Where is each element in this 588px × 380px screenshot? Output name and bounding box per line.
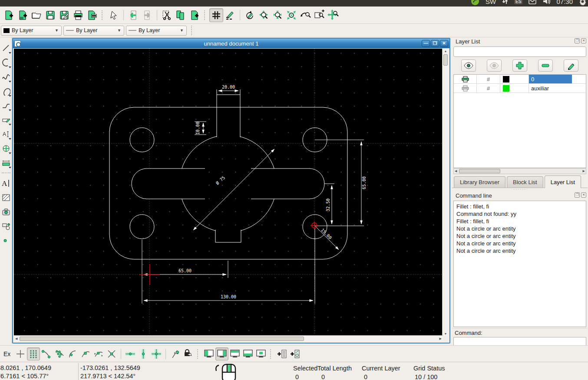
tool-hatch-button[interactable] [0,190,12,205]
dock-splitter-handle[interactable]: ······ [452,188,588,192]
layer-scroll-thumb[interactable] [459,169,500,173]
construction-lines-icon[interactable]: # [487,76,490,83]
command-input[interactable] [453,337,586,346]
copy-button[interactable] [174,8,188,22]
tool-point-button[interactable] [0,233,12,248]
print-button[interactable] [71,8,85,22]
draft-mode-button[interactable] [223,8,237,22]
tool-line-button[interactable] [0,41,12,55]
save-as-button[interactable] [57,8,71,22]
window-restore-button[interactable]: ❐ [431,40,439,47]
dock-floating-button[interactable] [254,347,268,360]
redo-button[interactable] [140,8,154,22]
tab-block-list[interactable]: Block List [507,176,543,188]
window-close-button[interactable]: ✕ [440,40,448,47]
scroll-left-arrow[interactable]: ◀ [455,169,457,173]
window-minimize-button[interactable]: — [422,40,430,47]
layer-name[interactable]: auxiliar [529,84,572,93]
lock-relative-zero-button[interactable] [182,347,195,360]
add-entity-list-button[interactable] [288,347,301,360]
line-width-combobox[interactable]: By Layer ▼ [63,26,124,36]
restrict-vertical-button[interactable] [137,347,150,360]
layer-color-swatch[interactable] [503,85,509,92]
print-disabled-icon[interactable] [462,85,469,92]
select-pointer-button[interactable] [107,8,121,22]
network-arrows-icon[interactable] [502,0,508,5]
canvas-vertical-scrollbar[interactable]: ▲ ▼ [442,49,449,336]
layer-row[interactable]: # auxiliar [454,84,586,93]
tool-polyline-button[interactable] [0,98,12,112]
grid-toggle-button[interactable] [209,8,223,22]
redraw-button[interactable] [243,8,257,22]
document-window-titlebar[interactable]: unnamed document 1 — ❐ ✕ [13,39,449,48]
tool-ellipse-button[interactable] [0,84,12,98]
add-block-list-button[interactable] [275,347,288,360]
print-enabled-icon[interactable] [462,76,469,83]
horizontal-scroll-thumb[interactable] [20,337,304,341]
dock-float-icon[interactable]: ❐ [575,192,580,198]
layer-name[interactable]: 0 [529,75,572,83]
drawing-canvas[interactable]: 20.00 10.00 Ø 75 65.00 32.50 15.00 65.00… [14,49,443,336]
color-combobox[interactable]: By Layer ▼ [1,26,62,36]
auto-zoom-button[interactable] [284,8,298,22]
layer-table-scrollbar[interactable]: ◀ ▶ [453,168,586,174]
zoom-pan-button[interactable] [326,8,340,22]
snap-center-button[interactable] [66,347,79,360]
snap-entity-button[interactable] [53,347,66,360]
dock-top-button[interactable] [228,347,241,360]
dock-close-icon[interactable]: ✕ [581,192,586,198]
snap-distance-button[interactable] [92,347,105,360]
paste-button[interactable] [188,8,202,22]
snap-intersection-button[interactable] [105,347,118,360]
tool-dimension-button[interactable] [0,155,12,170]
vertical-scroll-thumb[interactable] [443,54,448,66]
new-from-template-button[interactable] [16,8,30,22]
gear-icon[interactable] [579,0,586,5]
remove-layer-button[interactable] [538,59,553,72]
canvas-horizontal-scrollbar[interactable]: ◀ ▶ [14,335,443,342]
zoom-window-button[interactable] [312,8,326,22]
command-history[interactable]: Fillet : fillet, fi Command not found: y… [453,201,586,327]
print-preview-button[interactable] [85,8,99,22]
zoom-in-button[interactable] [257,8,271,22]
construction-lines-icon[interactable]: # [487,85,490,92]
show-all-layers-button[interactable] [461,59,476,72]
tool-text-button[interactable]: A [0,176,12,190]
tool-block-button[interactable] [0,219,12,233]
dock-close-icon[interactable]: ✕ [581,38,586,43]
scroll-right-arrow[interactable]: ▶ [583,169,585,173]
snap-free-button[interactable] [14,347,27,360]
previous-view-button[interactable] [298,8,312,22]
zoom-out-button[interactable] [271,8,284,22]
clock[interactable]: 07:30 [556,0,573,5]
dock-right-button[interactable] [215,347,228,360]
hide-all-layers-button[interactable] [487,59,502,72]
add-layer-button[interactable] [512,59,527,72]
restrict-horizontal-button[interactable] [124,347,137,360]
edit-layer-button[interactable] [564,59,578,72]
dock-bottom-button[interactable] [241,347,254,360]
scroll-up-arrow[interactable]: ▲ [443,50,449,53]
snap-grid-button[interactable] [27,347,40,360]
tool-arc-button[interactable] [0,55,12,69]
tab-library-browser[interactable]: Library Browser [454,176,505,188]
mail-icon[interactable] [529,0,536,4]
tool-spline-button[interactable] [0,69,12,84]
tool-dim-text-button[interactable]: A [0,127,12,141]
restrict-orthogonal-button[interactable] [150,347,163,360]
volume-icon[interactable] [542,0,550,5]
tool-image-button[interactable] [0,205,12,219]
line-type-combobox[interactable]: By Layer ▼ [126,26,187,36]
dock-float-icon[interactable]: ❐ [575,38,580,43]
scroll-left-arrow[interactable]: ◀ [15,337,17,340]
save-button[interactable] [43,8,57,22]
tool-move-button[interactable] [0,141,12,155]
keyboard-layout-indicator[interactable]: ES [514,0,522,4]
tool-modify-button[interactable] [0,112,12,127]
undo-button[interactable] [126,8,140,22]
snap-endpoints-button[interactable] [40,347,53,360]
snap-middle-button[interactable] [79,347,92,360]
layer-color-swatch[interactable] [503,76,509,83]
cut-button[interactable] [160,8,174,22]
workspace-indicator[interactable]: SW [486,0,496,5]
